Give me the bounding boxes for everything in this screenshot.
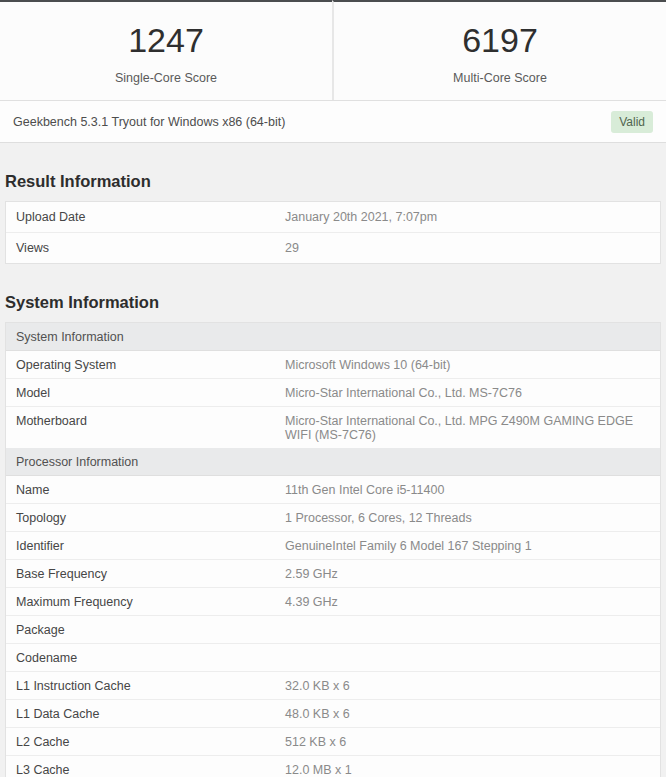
table-row: Name 11th Gen Intel Core i5-11400 (6, 476, 660, 504)
table-row: L3 Cache 12.0 MB x 1 (6, 756, 660, 777)
table-row: Topology 1 Processor, 6 Cores, 12 Thread… (6, 504, 660, 532)
row-label: L1 Instruction Cache (6, 672, 285, 699)
row-value: GenuineIntel Family 6 Model 167 Stepping… (285, 532, 660, 559)
system-information-table: System Information Operating System Micr… (5, 322, 661, 777)
multi-core-score-card: 6197 Multi-Core Score (332, 0, 666, 100)
table-row: Identifier GenuineIntel Family 6 Model 1… (6, 532, 660, 560)
benchmark-version-text: Geekbench 5.3.1 Tryout for Windows x86 (… (13, 115, 285, 129)
row-value: 29 (285, 233, 660, 263)
table-row: Model Micro-Star International Co., Ltd.… (6, 379, 660, 407)
table-row: L1 Instruction Cache 32.0 KB x 6 (6, 672, 660, 700)
table-row: Upload Date January 20th 2021, 7:07pm (6, 202, 660, 233)
score-summary: 1247 Single-Core Score 6197 Multi-Core S… (0, 0, 666, 101)
row-value: 1 Processor, 6 Cores, 12 Threads (285, 504, 660, 531)
table-row: L1 Data Cache 48.0 KB x 6 (6, 700, 660, 728)
row-value (285, 644, 660, 671)
multi-core-score-value: 6197 (334, 20, 666, 60)
single-core-score-value: 1247 (0, 20, 332, 60)
table-row: Views 29 (6, 233, 660, 263)
table-row: Package (6, 616, 660, 644)
single-core-score-card: 1247 Single-Core Score (0, 0, 332, 100)
result-information-heading: Result Information (5, 172, 661, 191)
row-label: Operating System (6, 351, 285, 378)
row-value: 32.0 KB x 6 (285, 672, 660, 699)
single-core-score-label: Single-Core Score (0, 71, 332, 85)
row-value: 2.59 GHz (285, 560, 660, 587)
row-value: Microsoft Windows 10 (64-bit) (285, 351, 660, 378)
row-label: L2 Cache (6, 728, 285, 755)
table-row: Codename (6, 644, 660, 672)
table-row: Maximum Frequency 4.39 GHz (6, 588, 660, 616)
row-label: L1 Data Cache (6, 700, 285, 727)
group-header-system: System Information (6, 323, 660, 351)
row-value: 48.0 KB x 6 (285, 700, 660, 727)
row-label: Package (6, 616, 285, 643)
row-label: Maximum Frequency (6, 588, 285, 615)
row-label: Name (6, 476, 285, 503)
row-label: Base Frequency (6, 560, 285, 587)
group-rows-processor: Name 11th Gen Intel Core i5-11400 Topolo… (6, 476, 660, 777)
row-label: L3 Cache (6, 756, 285, 777)
row-label: Upload Date (6, 202, 285, 232)
row-value: 4.39 GHz (285, 588, 660, 615)
group-header-processor: Processor Information (6, 448, 660, 476)
row-label: Identifier (6, 532, 285, 559)
row-label: Views (6, 233, 285, 263)
row-value: Micro-Star International Co., Ltd. MPG Z… (285, 407, 660, 448)
valid-status-badge: Valid (611, 111, 653, 133)
row-label: Motherboard (6, 407, 285, 448)
row-value: 512 KB x 6 (285, 728, 660, 755)
system-information-heading: System Information (5, 293, 661, 312)
row-label: Topology (6, 504, 285, 531)
row-value: 12.0 MB x 1 (285, 756, 660, 777)
row-value: Micro-Star International Co., Ltd. MS-7C… (285, 379, 660, 406)
result-information-table: Upload Date January 20th 2021, 7:07pm Vi… (5, 201, 661, 264)
row-value (285, 616, 660, 643)
benchmark-version-bar: Geekbench 5.3.1 Tryout for Windows x86 (… (0, 101, 666, 143)
table-row: Motherboard Micro-Star International Co.… (6, 407, 660, 448)
row-value: January 20th 2021, 7:07pm (285, 202, 660, 232)
table-row: Operating System Microsoft Windows 10 (6… (6, 351, 660, 379)
row-label: Codename (6, 644, 285, 671)
row-value: 11th Gen Intel Core i5-11400 (285, 476, 660, 503)
table-row: L2 Cache 512 KB x 6 (6, 728, 660, 756)
group-rows-system: Operating System Microsoft Windows 10 (6… (6, 351, 660, 448)
multi-core-score-label: Multi-Core Score (334, 71, 666, 85)
row-label: Model (6, 379, 285, 406)
table-row: Base Frequency 2.59 GHz (6, 560, 660, 588)
